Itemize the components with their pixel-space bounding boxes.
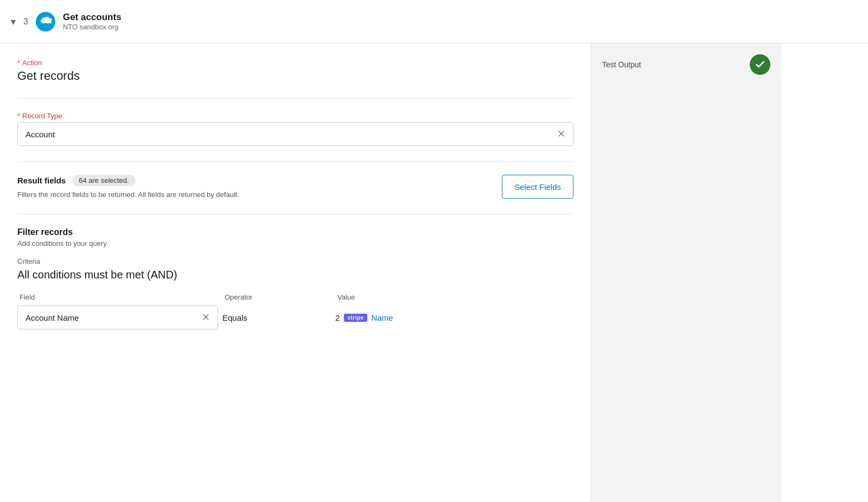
filter-col-operator: Operator [225, 293, 333, 301]
chevron-down-icon[interactable]: ▾ [11, 16, 16, 28]
filter-table-header: Field Operator Value [17, 293, 573, 301]
filter-field-clear-icon[interactable]: ✕ [202, 312, 210, 323]
header-title-group: Get accounts NTO sandbox org [63, 12, 122, 31]
record-type-value: Account [25, 130, 55, 139]
side-panel: Test Output [591, 43, 781, 502]
result-fields-section: Result fields 64 are selected. Filters t… [17, 175, 573, 199]
criteria-value: All conditions must be met (AND) [17, 269, 573, 281]
filter-row: Account Name ✕ Equals 2 stripe Name [17, 306, 573, 329]
record-type-section: * Record Type Account ✕ [17, 112, 573, 146]
criteria-label: Criteria [17, 257, 573, 265]
action-section: * Action Get records [17, 59, 573, 83]
filter-value-name: Name [372, 313, 393, 322]
result-fields-description: Filters the record fields to be returned… [17, 190, 493, 199]
divider-1 [17, 98, 573, 99]
record-type-label: * Record Type [17, 112, 573, 120]
divider-3 [17, 214, 573, 214]
record-type-clear-icon[interactable]: ✕ [557, 128, 565, 140]
result-fields-left: Result fields 64 are selected. Filters t… [17, 175, 493, 199]
success-icon [750, 54, 770, 75]
filter-operator-value: Equals [222, 313, 331, 322]
side-panel-header: Test Output [602, 54, 770, 75]
result-fields-title-row: Result fields 64 are selected. [17, 175, 493, 186]
filter-col-value: Value [337, 293, 571, 301]
header: ▾ 3 Get accounts NTO sandbox org [0, 0, 868, 43]
content-panel: * Action Get records * Record Type Accou… [0, 43, 591, 502]
result-fields-row: Result fields 64 are selected. Filters t… [17, 175, 573, 199]
filter-value-number: 2 [335, 313, 340, 322]
filter-records-description: Add conditions to your query. [17, 239, 573, 247]
action-value: Get records [17, 69, 573, 83]
filter-field-value: Account Name [25, 313, 79, 322]
filter-records-section: Filter records Add conditions to your qu… [17, 227, 573, 329]
filter-col-field: Field [20, 293, 220, 301]
step-number: 3 [23, 17, 28, 27]
header-title: Get accounts [63, 12, 122, 23]
stripe-badge: stripe [344, 314, 367, 322]
divider-2 [17, 161, 573, 162]
filter-records-title: Filter records [17, 227, 573, 237]
salesforce-logo [36, 12, 55, 31]
main-layout: * Action Get records * Record Type Accou… [0, 43, 868, 502]
header-subtitle: NTO sandbox org [63, 23, 122, 31]
header-left: ▾ 3 Get accounts NTO sandbox org [11, 12, 122, 31]
filter-value-cell: 2 stripe Name [335, 313, 573, 322]
record-type-input[interactable]: Account ✕ [17, 122, 573, 146]
result-fields-label: Result fields [17, 176, 66, 185]
test-output-label: Test Output [602, 60, 641, 69]
action-label: * Action [17, 59, 573, 67]
filter-field-input[interactable]: Account Name ✕ [17, 306, 218, 329]
result-fields-badge: 64 are selected. [72, 175, 136, 186]
select-fields-button[interactable]: Select Fields [502, 175, 573, 199]
